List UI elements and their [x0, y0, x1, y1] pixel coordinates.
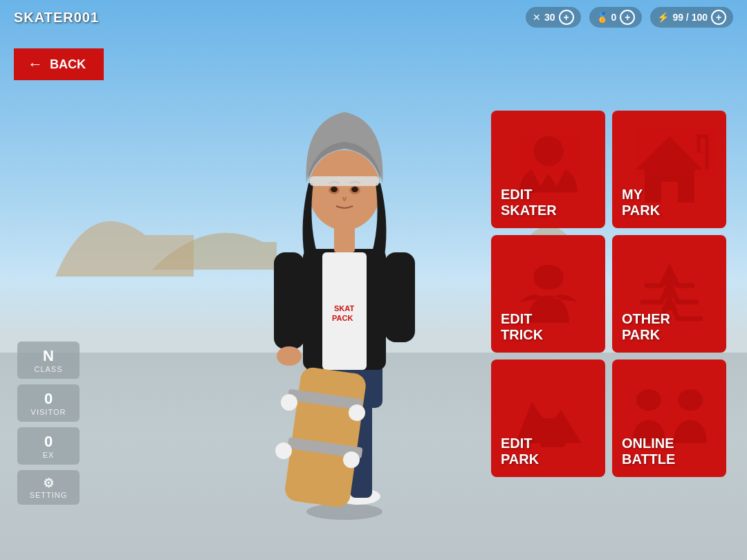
- svg-rect-10: [274, 252, 304, 349]
- svg-point-12: [277, 346, 302, 366]
- svg-point-14: [308, 150, 380, 230]
- ex-value: 0: [27, 433, 70, 451]
- energy-stat: ⚡ 99 / 100 +: [650, 7, 733, 28]
- svg-rect-11: [385, 252, 415, 342]
- medal-icon: 🏅: [596, 12, 608, 23]
- back-label: BACK: [50, 57, 86, 72]
- svg-point-18: [351, 187, 358, 192]
- svg-point-0: [306, 503, 382, 520]
- edit-park-button[interactable]: EDITPARK: [491, 360, 605, 477]
- my-park-button[interactable]: MYPARK: [612, 111, 726, 228]
- topbar: SKATER001 ✕ 30 + 🏅 0 + ⚡ 99 / 100 +: [0, 0, 747, 35]
- currency-add-button[interactable]: +: [559, 10, 574, 25]
- svg-rect-19: [310, 176, 379, 186]
- character-display: SKAT PACK: [199, 41, 490, 525]
- setting-box[interactable]: ⚙ SETTING: [17, 470, 80, 505]
- edit-trick-button[interactable]: EDITTRICK: [491, 235, 605, 353]
- svg-point-26: [343, 451, 360, 468]
- back-arrow-icon: ←: [28, 55, 43, 73]
- svg-point-25: [275, 442, 292, 459]
- menu-grid: EDITSKATER MYPARK EDITTRICK OTHERPARK: [491, 111, 726, 477]
- back-button[interactable]: ← BACK: [14, 48, 104, 80]
- left-stats-panel: N CLASS 0 VISITOR 0 EX ⚙ SETTING: [17, 342, 80, 505]
- stats-area: ✕ 30 + 🏅 0 + ⚡ 99 / 100 +: [526, 7, 733, 28]
- energy-value: 99 / 100: [672, 12, 708, 23]
- class-label: CLASS: [27, 365, 70, 373]
- energy-add-button[interactable]: +: [711, 10, 726, 25]
- my-park-label: MYPARK: [622, 187, 717, 218]
- ex-label: EX: [27, 451, 70, 459]
- player-name: SKATER001: [14, 10, 99, 26]
- edit-skater-label: EDITSKATER: [501, 187, 596, 218]
- svg-point-23: [281, 394, 297, 411]
- edit-park-label: EDITPARK: [501, 436, 596, 467]
- medal-stat: 🏅 0 +: [589, 7, 643, 28]
- class-value: N: [27, 347, 70, 365]
- edit-skater-button[interactable]: EDITSKATER: [491, 111, 605, 228]
- visitor-value: 0: [27, 390, 70, 408]
- other-park-label: OTHERPARK: [622, 311, 717, 343]
- edit-trick-label: EDITTRICK: [501, 311, 596, 343]
- medal-value: 0: [611, 12, 617, 23]
- svg-point-24: [349, 404, 365, 421]
- other-park-button[interactable]: OTHERPARK: [612, 235, 726, 353]
- visitor-label: VISITOR: [27, 408, 70, 416]
- class-stat-box: N CLASS: [17, 342, 80, 379]
- visitor-stat-box: 0 VISITOR: [17, 384, 80, 422]
- online-battle-label: ONLINEBATTLE: [622, 436, 717, 467]
- energy-icon: ⚡: [657, 12, 669, 23]
- currency-stat: ✕ 30 +: [526, 7, 581, 28]
- ex-stat-box: 0 EX: [17, 427, 80, 465]
- svg-text:SKAT: SKAT: [334, 304, 354, 312]
- medal-add-button[interactable]: +: [620, 10, 635, 25]
- online-battle-button[interactable]: ONLINEBATTLE: [612, 360, 726, 477]
- currency-value: 30: [544, 12, 555, 23]
- svg-text:PACK: PACK: [332, 314, 353, 322]
- setting-label: SETTING: [27, 491, 70, 499]
- skater-character: SKAT PACK: [227, 55, 462, 525]
- settings-icon: ⚙: [27, 476, 70, 491]
- currency-icon: ✕: [533, 12, 541, 23]
- svg-point-17: [331, 187, 338, 192]
